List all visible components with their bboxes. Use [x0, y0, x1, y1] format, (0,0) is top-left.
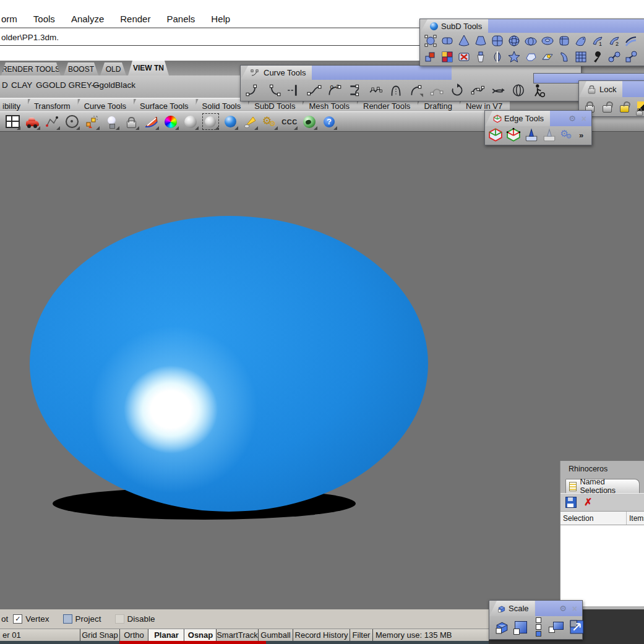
menu-render[interactable]: Render — [120, 14, 150, 24]
status-gumball[interactable]: Gumball — [259, 629, 293, 641]
tab-old[interactable]: OLD — [100, 62, 126, 75]
subcurve-button[interactable] — [426, 81, 447, 100]
osnap-project[interactable]: Project — [63, 614, 101, 624]
sketch-curve-button[interactable] — [365, 81, 385, 100]
crease-button[interactable] — [523, 127, 539, 143]
status-ortho[interactable]: Ortho — [120, 629, 148, 641]
status-layer[interactable]: er 01 — [0, 629, 80, 641]
scale-close-icon[interactable]: × — [572, 604, 577, 613]
named-views-button[interactable] — [24, 113, 41, 131]
subd-sphere-button[interactable] — [505, 33, 522, 49]
subd-star-button[interactable] — [505, 49, 522, 65]
subd-torus-button[interactable] — [539, 33, 556, 49]
viewport-layout-button[interactable] — [4, 113, 21, 131]
subd-cone-button[interactable] — [455, 33, 472, 49]
subd-edit-button[interactable] — [422, 33, 439, 49]
subd-cylinder-button[interactable] — [556, 33, 572, 49]
subd-loft-button[interactable] — [622, 33, 639, 49]
named-selections-tab[interactable]: Named Selections — [565, 479, 640, 493]
subd-delete-face-button[interactable] — [455, 49, 472, 65]
spotlight-button[interactable] — [241, 113, 259, 131]
curve-tools-title-bar[interactable]: Curve Tools — [241, 66, 581, 80]
blend-continuity-button[interactable]: 02 — [324, 81, 345, 100]
subd-bucket-button[interactable] — [472, 49, 489, 65]
tab-boost[interactable]: BOOST — [64, 62, 98, 75]
subd-shell-button[interactable] — [556, 49, 572, 65]
earth-button[interactable] — [301, 113, 318, 131]
tab-view-tn[interactable]: VIEW TN — [128, 61, 169, 75]
distance-button[interactable] — [43, 113, 61, 131]
render-button[interactable] — [142, 113, 160, 131]
match-curve-button[interactable] — [345, 81, 365, 100]
delete-selection-button[interactable]: ✗ — [584, 497, 592, 507]
show-edges-button[interactable] — [487, 127, 504, 143]
status-record-history[interactable]: Record History — [293, 629, 350, 641]
ghosted-viewport-button[interactable] — [202, 113, 219, 131]
blend-curve-button[interactable] — [304, 81, 324, 100]
selections-list[interactable] — [560, 525, 644, 606]
status-filter[interactable]: Filter — [350, 629, 373, 641]
tab-render-tools[interactable]: RENDER TOOLS — [1, 62, 61, 75]
subd-ellipsoid-button[interactable] — [522, 33, 539, 49]
vertex-checkbox[interactable]: ✓ — [13, 614, 22, 624]
subd-color-grid-button[interactable] — [439, 49, 455, 65]
lock-selected-button[interactable] — [617, 98, 632, 114]
help-button[interactable]: ? — [320, 113, 338, 131]
edge-overflow-button[interactable]: » — [577, 131, 586, 140]
subd-slab-button[interactable] — [522, 49, 539, 65]
rendered-viewport-button[interactable] — [221, 113, 239, 131]
scale-gear-icon[interactable]: ⚙ — [559, 604, 567, 612]
subd-quadremesh-button[interactable] — [572, 49, 589, 65]
status-smarttrack[interactable]: SmartTrack — [217, 629, 259, 641]
subd-tools-title-bar[interactable]: SubD Tools — [420, 19, 644, 33]
remove-crease-button[interactable] — [541, 127, 557, 143]
osnap-disable[interactable]: Disable — [115, 614, 155, 624]
menu-tools[interactable]: Tools — [33, 14, 55, 24]
scale-2d-button[interactable] — [512, 621, 530, 633]
osnap-vertex[interactable]: ✓ Vertex — [13, 614, 49, 624]
rotate-curve-button[interactable] — [447, 81, 467, 100]
shaded-viewport-button[interactable] — [182, 113, 199, 131]
scale-by-plane-button[interactable] — [567, 619, 586, 635]
control-points-button[interactable] — [83, 113, 100, 131]
edge-tools-title-bar[interactable]: Edge Tools ⚙ × — [485, 111, 591, 126]
show-naked-edges-button[interactable] — [505, 127, 522, 143]
flow-curve-button[interactable] — [487, 81, 508, 100]
grouptab-transform[interactable]: Transform — [24, 99, 78, 113]
ccc-button[interactable]: CCC — [281, 113, 298, 131]
lock-title-bar[interactable]: Lock — [579, 81, 644, 97]
grouptab-curve-tools[interactable]: Curve Tools — [74, 99, 134, 113]
subd-box-button[interactable] — [489, 33, 505, 49]
subd-tools-tab[interactable]: SubD Tools — [420, 19, 488, 33]
scale-1d-button[interactable] — [531, 617, 545, 637]
subd-plane-button[interactable] — [439, 33, 455, 49]
lock-tab[interactable]: Lock — [579, 81, 622, 97]
color-wheel-button[interactable] — [162, 113, 179, 131]
edge-close-icon[interactable]: × — [582, 114, 586, 123]
circle-center-button[interactable] — [63, 113, 80, 131]
lamp-button[interactable] — [103, 113, 120, 131]
options-button[interactable]: ⚙⚙ — [261, 113, 278, 131]
lock-swap-button[interactable] — [634, 98, 644, 114]
subd-fish-button[interactable] — [572, 33, 589, 49]
menu-help[interactable]: Help — [211, 14, 230, 24]
blue-dome-object[interactable] — [30, 216, 428, 512]
subd-bridge2-button[interactable] — [622, 49, 639, 65]
quick-item-ggold-grey[interactable]: GGOLD GREY--- — [36, 80, 100, 90]
history-person-button[interactable] — [528, 81, 549, 100]
subd-insert-plane-button[interactable] — [539, 49, 556, 65]
edit-points-button[interactable] — [467, 81, 487, 100]
column-selection[interactable]: Selection — [560, 512, 627, 525]
status-grid-snap[interactable]: Grid Snap — [80, 629, 120, 641]
fillet-curve-button[interactable] — [243, 81, 263, 100]
extend-curve-button[interactable] — [283, 81, 304, 100]
menu-analyze[interactable]: Analyze — [71, 14, 104, 24]
scale-tab[interactable]: Scale — [489, 601, 535, 616]
fillet-corner-button[interactable] — [263, 81, 283, 100]
status-osnap[interactable]: Osnap — [184, 629, 217, 641]
save-selection-button[interactable] — [565, 497, 577, 508]
scale-nonuniform-button[interactable] — [547, 622, 565, 633]
subd-bridge-button[interactable] — [606, 49, 622, 65]
quick-item-clay[interactable]: CLAY — [11, 80, 32, 90]
disable-checkbox[interactable] — [115, 614, 124, 624]
